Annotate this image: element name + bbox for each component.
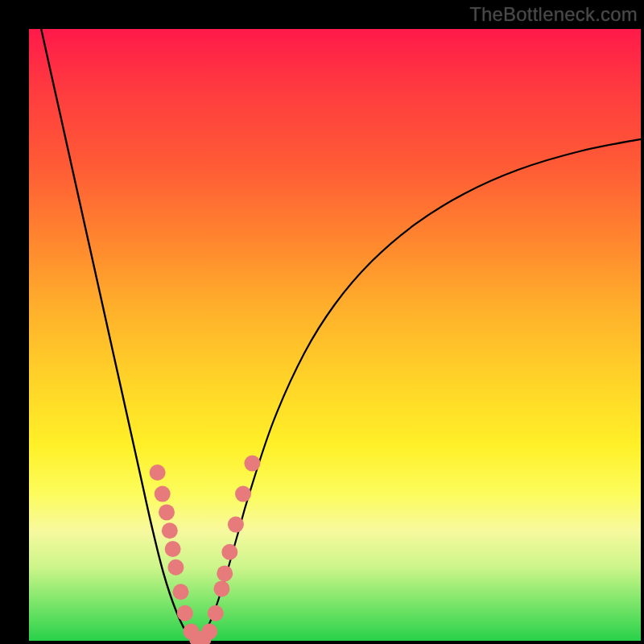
highlight-dot: [213, 580, 229, 597]
chart-svg: [29, 29, 641, 641]
highlight-dot: [235, 486, 251, 502]
right-curve: [200, 139, 641, 641]
highlight-dot: [167, 559, 184, 576]
highlight-dot: [221, 544, 237, 560]
highlight-dot: [173, 584, 189, 600]
highlight-dot: [208, 605, 224, 621]
highlight-dot: [165, 541, 181, 557]
highlight-dot: [159, 504, 175, 520]
highlight-dots: [150, 456, 261, 644]
highlight-dot: [155, 486, 171, 502]
chart-frame: TheBottleneck.com: [0, 0, 644, 644]
highlight-dot: [201, 624, 217, 640]
highlight-dot: [150, 464, 166, 481]
highlight-dot: [162, 522, 178, 539]
highlight-dot: [244, 456, 260, 472]
highlight-dot: [217, 565, 233, 581]
highlight-dot: [177, 605, 193, 621]
highlight-dot: [228, 517, 244, 533]
watermark-text: TheBottleneck.com: [469, 3, 638, 26]
